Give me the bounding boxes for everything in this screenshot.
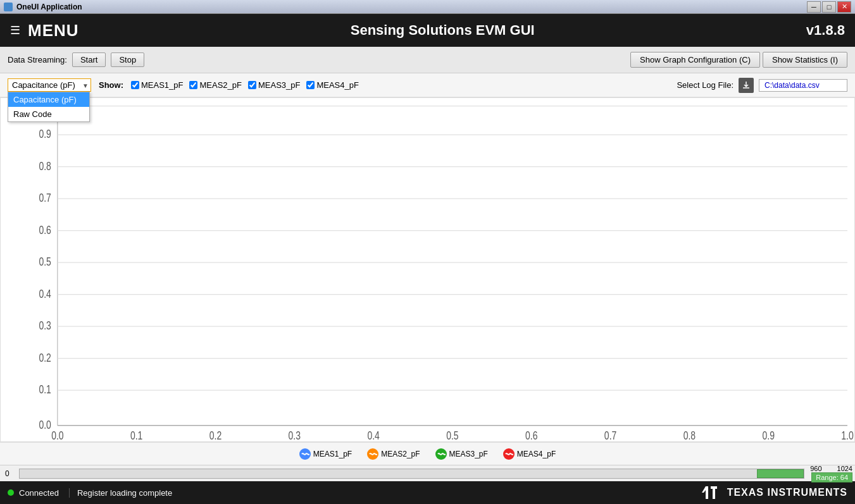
svg-text:0.3: 0.3: [289, 430, 301, 441]
ti-logo: TEXAS INSTRUMENTS: [699, 481, 847, 504]
svg-text:0.5: 0.5: [39, 256, 51, 268]
maximize-button[interactable]: □: [822, 1, 836, 13]
checkbox-meas4[interactable]: MEAS4_pF: [306, 80, 358, 90]
app-icon: [4, 3, 13, 11]
legend-meas3: MEAS3_pF: [435, 448, 488, 460]
svg-text:0.1: 0.1: [39, 384, 51, 396]
dropdown-wrapper: Capacitance (pF)Raw Code ▼ Capacitance (…: [8, 78, 91, 92]
register-label: Register loading complete: [69, 488, 172, 498]
checkbox-meas2-input[interactable]: [189, 81, 197, 89]
minimize-button[interactable]: ─: [807, 1, 821, 13]
chart-svg: 1.0 0.9 0.8 0.7 0.6 0.5 0.4 0.3 0.2 0.1 …: [1, 98, 854, 441]
legend-meas2-label: MEAS2_pF: [381, 450, 420, 458]
start-button[interactable]: Start: [72, 52, 106, 67]
svg-text:0.9: 0.9: [39, 128, 51, 140]
checkbox-meas4-input[interactable]: [306, 81, 315, 89]
svg-text:0.5: 0.5: [446, 430, 459, 441]
measurement-type-dropdown[interactable]: Capacitance (pF)Raw Code: [8, 78, 91, 92]
checkbox-meas1[interactable]: MEAS1_pF: [131, 80, 183, 90]
svg-text:0.7: 0.7: [604, 430, 617, 441]
checkbox-group: MEAS1_pF MEAS2_pF MEAS3_pF MEAS4_pF: [131, 80, 359, 90]
app-name: OneUI Application: [16, 3, 82, 11]
svg-text:0.8: 0.8: [683, 430, 696, 441]
toolbar: Data Streaming: Start Stop Show Graph Co…: [0, 47, 855, 73]
legend-meas3-label: MEAS3_pF: [449, 450, 488, 458]
show-graph-config-button[interactable]: Show Graph Configuration (C): [630, 52, 760, 68]
legend-meas2: MEAS2_pF: [367, 448, 420, 460]
scroll-1024-label: 1024: [837, 465, 852, 472]
svg-text:0.3: 0.3: [39, 320, 51, 332]
svg-text:0.8: 0.8: [39, 160, 51, 172]
title-bar: OneUI Application ─ □ ✕: [0, 0, 855, 14]
legend-meas3-icon: [435, 448, 447, 460]
log-file-area: Select Log File: C:\data\data.csv: [677, 78, 847, 93]
status-bar: Connected Register loading complete TEXA…: [0, 481, 855, 504]
show-statistics-button[interactable]: Show Statistics (I): [763, 52, 847, 68]
chart-container: 1.0 0.9 0.8 0.7 0.6 0.5 0.4 0.3 0.2 0.1 …: [0, 97, 855, 442]
svg-text:0.0: 0.0: [39, 419, 51, 431]
svg-text:0.2: 0.2: [39, 352, 51, 364]
ti-logo-text: TEXAS INSTRUMENTS: [727, 487, 847, 498]
svg-text:1.0: 1.0: [841, 430, 854, 441]
ti-logo-icon: [699, 481, 722, 504]
dropdown-menu: Capacitance (pF) Raw Code: [8, 92, 90, 122]
legend-meas4-icon: [503, 448, 515, 460]
checkbox-meas1-input[interactable]: [131, 81, 139, 89]
log-file-path: C:\data\data.csv: [759, 79, 847, 92]
scroll-960-label: 960: [810, 465, 821, 472]
legend-meas1-label: MEAS1_pF: [313, 450, 352, 458]
legend-meas4: MEAS4_pF: [503, 448, 556, 460]
log-file-label: Select Log File:: [677, 80, 733, 90]
download-icon[interactable]: [739, 78, 754, 93]
checkbox-meas3[interactable]: MEAS3_pF: [248, 80, 300, 90]
legend-meas1: MEAS1_pF: [299, 448, 352, 460]
svg-text:0.0: 0.0: [51, 430, 64, 441]
scroll-left-value: 0: [0, 469, 19, 478]
svg-text:0.4: 0.4: [39, 288, 51, 300]
connected-label: Connected: [19, 488, 59, 498]
dropdown-item-capacitance[interactable]: Capacitance (pF): [8, 92, 89, 107]
svg-text:0.7: 0.7: [39, 192, 51, 204]
version-label: v1.8.8: [806, 22, 845, 39]
svg-text:0.9: 0.9: [762, 430, 775, 441]
hamburger-icon[interactable]: ☰: [10, 23, 20, 37]
range-box: Range: 64: [811, 472, 852, 482]
scroll-track[interactable]: [19, 469, 804, 479]
scroll-bar-container: 0 960 1024 Range: 64: [0, 465, 855, 481]
checkbox-meas2[interactable]: MEAS2_pF: [189, 80, 241, 90]
legend-meas2-icon: [367, 448, 378, 460]
window-controls: ─ □ ✕: [807, 1, 851, 13]
legend-meas4-label: MEAS4_pF: [517, 450, 556, 458]
menu-label: MENU: [28, 21, 79, 40]
scroll-thumb[interactable]: [757, 469, 804, 478]
checkbox-meas3-input[interactable]: [248, 81, 256, 89]
connection-status-dot: [8, 489, 14, 496]
dropdown-item-rawcode[interactable]: Raw Code: [8, 107, 89, 121]
stop-button[interactable]: Stop: [111, 52, 144, 67]
legend-meas1-icon: [299, 448, 311, 460]
data-streaming-label: Data Streaming:: [8, 55, 67, 65]
legend-bar: MEAS1_pF MEAS2_pF MEAS3_pF MEAS4_pF: [0, 442, 855, 465]
graph-controls: Capacitance (pF)Raw Code ▼ Capacitance (…: [0, 73, 855, 97]
svg-text:0.1: 0.1: [130, 430, 143, 441]
svg-text:0.6: 0.6: [39, 224, 51, 236]
svg-text:0.6: 0.6: [525, 430, 538, 441]
show-label: Show:: [99, 80, 123, 90]
svg-text:0.2: 0.2: [209, 430, 222, 441]
app-title: Sensing Solutions EVM GUI: [351, 22, 535, 39]
menu-bar: ☰ MENU Sensing Solutions EVM GUI v1.8.8: [0, 14, 855, 47]
svg-text:0.4: 0.4: [367, 430, 380, 441]
close-button[interactable]: ✕: [837, 1, 851, 13]
